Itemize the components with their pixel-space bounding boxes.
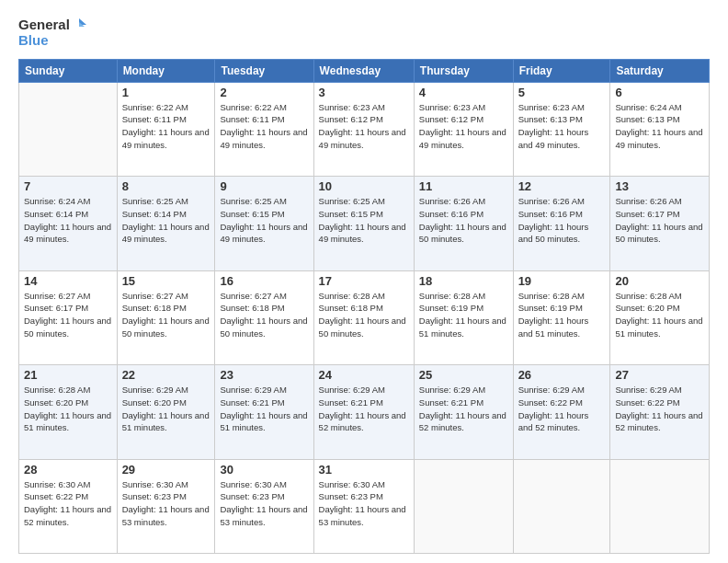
day-info: Sunrise: 6:24 AM Sunset: 6:13 PM Dayligh…	[615, 101, 704, 152]
day-number: 19	[518, 274, 606, 288]
calendar-day-cell: 3Sunrise: 6:23 AM Sunset: 6:12 PM Daylig…	[313, 82, 414, 176]
day-info: Sunrise: 6:29 AM Sunset: 6:22 PM Dayligh…	[518, 384, 606, 434]
day-number: 18	[419, 274, 508, 288]
calendar-day-cell: 26Sunrise: 6:29 AM Sunset: 6:22 PM Dayli…	[513, 365, 610, 459]
calendar-day-cell: 2Sunrise: 6:22 AM Sunset: 6:11 PM Daylig…	[215, 82, 313, 176]
calendar-day-cell: 10Sunrise: 6:25 AM Sunset: 6:15 PM Dayli…	[313, 177, 414, 270]
day-info: Sunrise: 6:27 AM Sunset: 6:17 PM Dayligh…	[24, 290, 112, 340]
calendar-week-row: 1Sunrise: 6:22 AM Sunset: 6:11 PM Daylig…	[19, 82, 710, 176]
calendar-day-cell: 24Sunrise: 6:29 AM Sunset: 6:21 PM Dayli…	[313, 365, 414, 459]
calendar-day-cell: 23Sunrise: 6:29 AM Sunset: 6:21 PM Dayli…	[215, 365, 313, 459]
calendar-week-row: 21Sunrise: 6:28 AM Sunset: 6:20 PM Dayli…	[19, 365, 710, 459]
calendar-day-cell: 20Sunrise: 6:28 AM Sunset: 6:20 PM Dayli…	[610, 270, 710, 364]
day-info: Sunrise: 6:23 AM Sunset: 6:12 PM Dayligh…	[319, 101, 409, 152]
calendar-day-cell: 22Sunrise: 6:29 AM Sunset: 6:20 PM Dayli…	[117, 365, 215, 459]
day-number: 4	[419, 86, 508, 99]
day-number: 11	[419, 179, 508, 193]
calendar-day-cell	[414, 459, 513, 553]
calendar-day-cell: 28Sunrise: 6:30 AM Sunset: 6:22 PM Dayli…	[19, 459, 118, 553]
day-info: Sunrise: 6:27 AM Sunset: 6:18 PM Dayligh…	[122, 290, 210, 340]
day-number: 7	[24, 179, 112, 193]
page: General Blue SundayMondayTuesdayWednesda…	[0, 0, 728, 563]
day-info: Sunrise: 6:24 AM Sunset: 6:14 PM Dayligh…	[24, 195, 112, 246]
weekday-header-tuesday: Tuesday	[215, 59, 313, 82]
day-number: 31	[319, 463, 409, 477]
day-number: 22	[122, 368, 210, 382]
logo-bird-icon	[72, 17, 86, 32]
day-info: Sunrise: 6:28 AM Sunset: 6:20 PM Dayligh…	[615, 290, 704, 340]
day-info: Sunrise: 6:26 AM Sunset: 6:16 PM Dayligh…	[419, 195, 508, 246]
calendar-day-cell: 16Sunrise: 6:27 AM Sunset: 6:18 PM Dayli…	[215, 270, 313, 364]
calendar-day-cell	[610, 459, 710, 553]
logo: General Blue	[18, 17, 86, 50]
calendar-day-cell: 4Sunrise: 6:23 AM Sunset: 6:12 PM Daylig…	[414, 82, 513, 176]
day-number: 30	[220, 463, 308, 477]
day-info: Sunrise: 6:23 AM Sunset: 6:12 PM Dayligh…	[419, 101, 508, 152]
weekday-header-row: SundayMondayTuesdayWednesdayThursdayFrid…	[19, 59, 710, 82]
day-number: 14	[24, 274, 112, 288]
day-info: Sunrise: 6:22 AM Sunset: 6:11 PM Dayligh…	[122, 101, 210, 152]
day-number: 21	[24, 368, 112, 382]
calendar-week-row: 7Sunrise: 6:24 AM Sunset: 6:14 PM Daylig…	[19, 177, 710, 270]
calendar-table: SundayMondayTuesdayWednesdayThursdayFrid…	[18, 59, 710, 554]
day-number: 25	[419, 368, 508, 382]
weekday-header-thursday: Thursday	[414, 59, 513, 82]
day-info: Sunrise: 6:29 AM Sunset: 6:20 PM Dayligh…	[122, 384, 210, 434]
day-info: Sunrise: 6:29 AM Sunset: 6:22 PM Dayligh…	[615, 384, 704, 434]
calendar-day-cell: 19Sunrise: 6:28 AM Sunset: 6:19 PM Dayli…	[513, 270, 610, 364]
logo-wordmark: General Blue	[18, 17, 86, 50]
calendar-day-cell: 25Sunrise: 6:29 AM Sunset: 6:21 PM Dayli…	[414, 365, 513, 459]
day-number: 1	[122, 86, 210, 99]
calendar-day-cell: 21Sunrise: 6:28 AM Sunset: 6:20 PM Dayli…	[19, 365, 118, 459]
day-number: 6	[615, 86, 704, 99]
day-info: Sunrise: 6:28 AM Sunset: 6:19 PM Dayligh…	[518, 290, 606, 340]
day-number: 20	[615, 274, 704, 288]
calendar-day-cell: 11Sunrise: 6:26 AM Sunset: 6:16 PM Dayli…	[414, 177, 513, 270]
day-number: 15	[122, 274, 210, 288]
day-info: Sunrise: 6:30 AM Sunset: 6:23 PM Dayligh…	[122, 478, 210, 529]
day-number: 29	[122, 463, 210, 477]
day-info: Sunrise: 6:25 AM Sunset: 6:14 PM Dayligh…	[122, 195, 210, 246]
day-info: Sunrise: 6:26 AM Sunset: 6:17 PM Dayligh…	[615, 195, 704, 246]
day-number: 24	[319, 368, 409, 382]
day-info: Sunrise: 6:29 AM Sunset: 6:21 PM Dayligh…	[319, 384, 409, 434]
day-info: Sunrise: 6:22 AM Sunset: 6:11 PM Dayligh…	[220, 101, 308, 152]
day-number: 9	[220, 179, 308, 193]
calendar-day-cell: 9Sunrise: 6:25 AM Sunset: 6:15 PM Daylig…	[215, 177, 313, 270]
day-number: 28	[24, 463, 112, 477]
day-number: 10	[319, 179, 409, 193]
day-info: Sunrise: 6:26 AM Sunset: 6:16 PM Dayligh…	[518, 195, 606, 246]
calendar-day-cell: 27Sunrise: 6:29 AM Sunset: 6:22 PM Dayli…	[610, 365, 710, 459]
weekday-header-sunday: Sunday	[19, 59, 118, 82]
logo-blue: Blue	[18, 32, 49, 48]
calendar-day-cell: 8Sunrise: 6:25 AM Sunset: 6:14 PM Daylig…	[117, 177, 215, 270]
calendar-day-cell: 6Sunrise: 6:24 AM Sunset: 6:13 PM Daylig…	[610, 82, 710, 176]
day-number: 5	[518, 86, 606, 99]
calendar-day-cell: 7Sunrise: 6:24 AM Sunset: 6:14 PM Daylig…	[19, 177, 118, 270]
calendar-week-row: 14Sunrise: 6:27 AM Sunset: 6:17 PM Dayli…	[19, 270, 710, 364]
day-number: 17	[319, 274, 409, 288]
calendar-day-cell: 15Sunrise: 6:27 AM Sunset: 6:18 PM Dayli…	[117, 270, 215, 364]
day-info: Sunrise: 6:25 AM Sunset: 6:15 PM Dayligh…	[319, 195, 409, 246]
day-number: 26	[518, 368, 606, 382]
weekday-header-saturday: Saturday	[610, 59, 710, 82]
calendar-day-cell: 18Sunrise: 6:28 AM Sunset: 6:19 PM Dayli…	[414, 270, 513, 364]
day-number: 16	[220, 274, 308, 288]
day-number: 13	[615, 179, 704, 193]
weekday-header-monday: Monday	[117, 59, 215, 82]
day-info: Sunrise: 6:23 AM Sunset: 6:13 PM Dayligh…	[518, 101, 606, 152]
day-info: Sunrise: 6:29 AM Sunset: 6:21 PM Dayligh…	[220, 384, 308, 434]
calendar-week-row: 28Sunrise: 6:30 AM Sunset: 6:22 PM Dayli…	[19, 459, 710, 553]
day-info: Sunrise: 6:29 AM Sunset: 6:21 PM Dayligh…	[419, 384, 508, 434]
day-info: Sunrise: 6:30 AM Sunset: 6:23 PM Dayligh…	[319, 478, 409, 529]
day-number: 12	[518, 179, 606, 193]
calendar-day-cell: 29Sunrise: 6:30 AM Sunset: 6:23 PM Dayli…	[117, 459, 215, 553]
calendar-day-cell: 12Sunrise: 6:26 AM Sunset: 6:16 PM Dayli…	[513, 177, 610, 270]
day-info: Sunrise: 6:27 AM Sunset: 6:18 PM Dayligh…	[220, 290, 308, 340]
calendar-day-cell: 1Sunrise: 6:22 AM Sunset: 6:11 PM Daylig…	[117, 82, 215, 176]
day-number: 8	[122, 179, 210, 193]
day-info: Sunrise: 6:28 AM Sunset: 6:18 PM Dayligh…	[319, 290, 409, 340]
calendar-day-cell: 14Sunrise: 6:27 AM Sunset: 6:17 PM Dayli…	[19, 270, 118, 364]
calendar-day-cell: 17Sunrise: 6:28 AM Sunset: 6:18 PM Dayli…	[313, 270, 414, 364]
calendar-day-cell: 31Sunrise: 6:30 AM Sunset: 6:23 PM Dayli…	[313, 459, 414, 553]
